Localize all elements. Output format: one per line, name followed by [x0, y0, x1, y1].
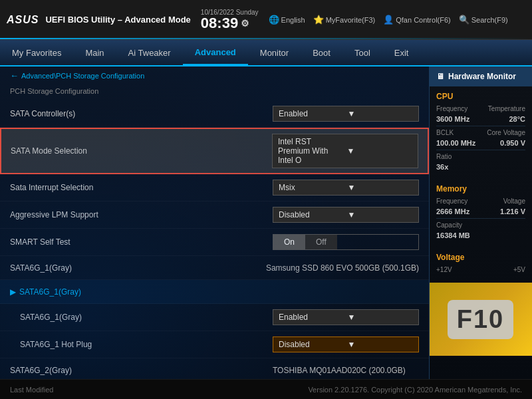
f10-overlay: F10 [429, 283, 532, 356]
hw-monitor-panel: 🖥 Hardware Monitor CPU Frequency Tempera… [429, 66, 532, 379]
mem-freq-label: Frequency [436, 198, 467, 205]
smart-test-off-btn[interactable]: Off [305, 235, 337, 249]
logo-area: ASUS UEFI BIOS Utility – Advanced Mode [7, 14, 191, 26]
cpu-temperature-value: 28°C [509, 115, 525, 123]
sata-interrupt-dropdown[interactable]: Msix ▼ [273, 180, 419, 196]
voltage-section-title: Voltage [436, 253, 525, 262]
sata6g1-hotplug-value: Disabled ▼ [273, 336, 419, 352]
settings-icon[interactable]: ⚙ [241, 19, 249, 28]
sata6g1-hotplug-row: SATA6G_1 Hot Plug Disabled ▼ [0, 331, 429, 358]
nav-boot[interactable]: Boot [301, 40, 342, 65]
memory-section: Memory Frequency Voltage 2666 MHz 1.216 … [430, 179, 532, 247]
mem-cap-row: Capacity [436, 221, 525, 229]
f10-badge: F10 [448, 300, 513, 339]
expand-arrow-icon: ▶ [10, 287, 16, 297]
dropdown-arrow-icon-2: ▼ [347, 146, 413, 156]
core-voltage-label: Core Voltage [487, 129, 525, 136]
mem-cap-value: 16384 MB [436, 231, 470, 239]
utilities-bar: 🌐 English ⭐ MyFavorite(F3) 👤 Qfan Contro… [269, 15, 508, 25]
main-nav: My Favorites Main Ai Tweaker Advanced Mo… [0, 40, 532, 66]
nav-ai-tweaker[interactable]: Ai Tweaker [116, 40, 183, 65]
sata6g1-hotplug-label: SATA6G_1 Hot Plug [20, 340, 273, 349]
5v-label: +5V [513, 266, 525, 273]
nav-advanced[interactable]: Advanced [183, 40, 248, 65]
back-arrow[interactable]: ← [10, 70, 19, 80]
sata6g1-hotplug-dropdown[interactable]: Disabled ▼ [273, 336, 419, 352]
sata-interrupt-value: Msix ▼ [273, 180, 419, 196]
cpu-frequency-row: Frequency Temperature [436, 105, 525, 112]
sata6g1-info-label: SATA6G_1(Gray) [10, 263, 266, 273]
sata6g1-info-row: SATA6G_1(Gray) Samsung SSD 860 EVO 500GB… [0, 256, 429, 280]
ratio-row: Ratio [436, 153, 525, 160]
bclk-value: 100.00 MHz [436, 139, 475, 147]
favorite-icon: ⭐ [313, 15, 324, 25]
smart-test-value: On Off [273, 234, 419, 250]
hw-monitor-header: 🖥 Hardware Monitor [430, 66, 532, 86]
sata-controllers-label: SATA Controller(s) [10, 109, 273, 118]
hw-monitor-title: Hardware Monitor [448, 72, 516, 81]
mem-freq-row: Frequency Voltage [436, 198, 525, 205]
smart-test-label: SMART Self Test [10, 237, 273, 247]
breadcrumb-link[interactable]: Advanced\PCH Storage Configuration [21, 72, 144, 80]
asus-logo: ASUS [7, 14, 39, 26]
search-util[interactable]: 🔍 Search(F9) [459, 15, 508, 25]
voltage-section: Voltage +12V +5V [430, 247, 532, 281]
ratio-label: Ratio [436, 153, 452, 160]
ratio-value: 36x [436, 163, 448, 171]
sata6g2-info-value: TOSHIBA MQ01AAD020C (200.0GB) [273, 366, 419, 375]
myfavorite-util[interactable]: ⭐ MyFavorite(F3) [313, 15, 376, 25]
monitor-icon: 🖥 [436, 72, 444, 81]
bottom-bar: Last Modified Version 2.20.1276. Copyrig… [0, 379, 532, 399]
bios-title: UEFI BIOS Utility – Advanced Mode [45, 15, 190, 25]
cpu-frequency-label: Frequency [436, 105, 467, 112]
bclk-row: BCLK Core Voltage [436, 129, 525, 136]
smart-test-row: SMART Self Test On Off [0, 229, 429, 256]
cpu-section-title: CPU [436, 92, 525, 101]
time-area: 10/16/2022 Sunday 08:39 ⚙ [201, 9, 259, 31]
sata-controllers-dropdown[interactable]: Enabled ▼ [273, 106, 419, 122]
smart-test-toggle: On Off [273, 234, 419, 250]
sata6g1-enabled-value: Enabled ▼ [273, 309, 419, 325]
section-header: PCH Storage Configuration [0, 84, 429, 100]
cpu-section: CPU Frequency Temperature 3600 MHz 28°C … [430, 86, 532, 179]
sata-mode-label: SATA Mode Selection [11, 146, 272, 156]
sata6g1-enabled-label: SATA6G_1(Gray) [20, 313, 273, 322]
top-bar: ASUS UEFI BIOS Utility – Advanced Mode 1… [0, 0, 532, 40]
copyright-text: Version 2.20.1276. Copyright (C) 2020 Am… [308, 386, 522, 394]
language-util[interactable]: 🌐 English [269, 15, 305, 25]
dropdown-arrow-icon-4: ▼ [348, 210, 414, 219]
nav-monitor[interactable]: Monitor [248, 40, 301, 65]
sata6g1-enabled-row: SATA6G_1(Gray) Enabled ▼ [0, 304, 429, 331]
sata6g1-enabled-dropdown[interactable]: Enabled ▼ [273, 309, 419, 325]
mem-voltage-value: 1.216 V [500, 207, 525, 215]
content-wrapper: ← Advanced\PCH Storage Configuration PCH… [0, 66, 532, 379]
mem-cap-label: Capacity [436, 221, 462, 229]
search-icon: 🔍 [459, 15, 469, 25]
nav-tool[interactable]: Tool [342, 40, 382, 65]
nav-main[interactable]: Main [73, 40, 116, 65]
sata-mode-value: Intel RST Premium With Intel O ▼ [272, 134, 418, 168]
mem-cap-value-row: 16384 MB [436, 231, 525, 239]
aggressive-lpm-row: Aggressive LPM Support Disabled ▼ [0, 201, 429, 229]
mem-freq-value-row: 2666 MHz 1.216 V [436, 207, 525, 215]
language-icon: 🌐 [269, 15, 279, 25]
smart-test-on-btn[interactable]: On [273, 235, 305, 249]
aggressive-lpm-dropdown[interactable]: Disabled ▼ [273, 207, 419, 223]
sata6g1-group-label: ▶ SATA6G_1(Gray) [10, 287, 419, 297]
voltage-row: +12V +5V [436, 266, 525, 273]
main-panel: ← Advanced\PCH Storage Configuration PCH… [0, 66, 429, 379]
aggressive-lpm-value: Disabled ▼ [273, 207, 419, 223]
cpu-frequency-value: 3600 MHz [436, 115, 469, 123]
ratio-value-row: 36x [436, 163, 525, 171]
mem-freq-value: 2666 MHz [436, 207, 469, 215]
breadcrumb: ← Advanced\PCH Storage Configuration [0, 66, 429, 84]
aggressive-lpm-label: Aggressive LPM Support [10, 210, 273, 219]
sata-controllers-value: Enabled ▼ [273, 106, 419, 122]
nav-exit[interactable]: Exit [382, 40, 421, 65]
core-voltage-value: 0.950 V [500, 139, 525, 147]
sata-interrupt-label: Sata Interrupt Selection [10, 183, 273, 192]
cpu-frequency-value-row: 3600 MHz 28°C [436, 115, 525, 123]
sata-mode-dropdown[interactable]: Intel RST Premium With Intel O ▼ [272, 134, 418, 168]
nav-my-favorites[interactable]: My Favorites [0, 40, 73, 65]
qfan-util[interactable]: 👤 Qfan Control(F6) [383, 15, 451, 25]
